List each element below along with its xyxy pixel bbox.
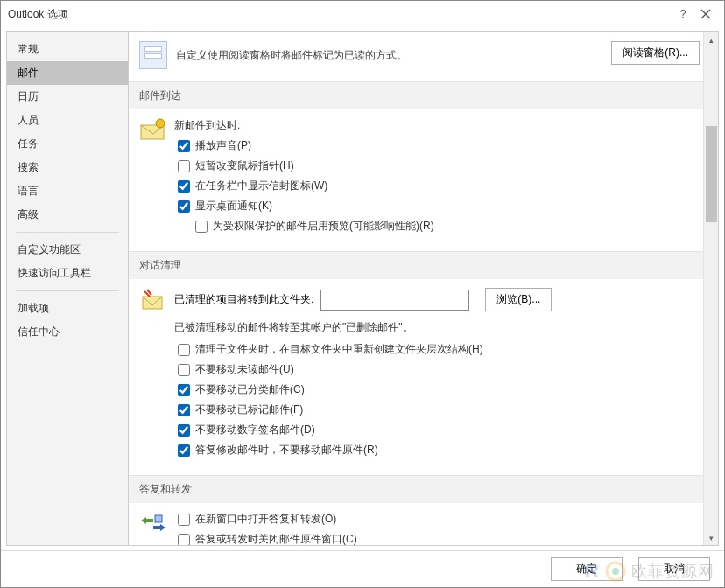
- checkbox-desktop-alert[interactable]: [178, 200, 190, 213]
- reading-pane-icon: [139, 41, 167, 69]
- help-button[interactable]: ?: [672, 3, 694, 25]
- sidebar-item-general[interactable]: 常规: [7, 38, 128, 61]
- check-no-unread[interactable]: 不要移动未读邮件(U): [178, 362, 700, 377]
- section-header-arrival: 邮件到达: [129, 81, 703, 109]
- check-desktop-alert[interactable]: 显示桌面通知(K): [178, 199, 700, 214]
- check-no-modify-reply[interactable]: 答复修改邮件时，不要移动邮件原件(R): [178, 443, 700, 458]
- checkbox-no-categorized[interactable]: [178, 384, 190, 396]
- scroll-down-arrow[interactable]: ▾: [704, 530, 719, 545]
- checkbox-rights-protected[interactable]: [195, 220, 208, 233]
- scroll-up-arrow[interactable]: ▴: [704, 32, 719, 47]
- sidebar-separator: [16, 290, 119, 291]
- checkbox-cursor[interactable]: [178, 160, 190, 172]
- arrival-lead: 新邮件到达时:: [174, 118, 700, 133]
- intro-text: 自定义使用阅读窗格时将邮件标记为已读的方式。: [176, 41, 594, 63]
- sidebar-item-people[interactable]: 人员: [7, 108, 128, 132]
- checkbox-no-unread[interactable]: [178, 364, 190, 376]
- sidebar-item-calendar[interactable]: 日历: [7, 85, 128, 108]
- close-icon: [700, 9, 711, 19]
- sidebar-item-quick-access[interactable]: 快速访问工具栏: [7, 262, 128, 285]
- cancel-button[interactable]: 取消: [638, 557, 710, 581]
- cleanup-lead: 已清理的项目将转到此文件夹:: [174, 292, 313, 307]
- check-rights-protected[interactable]: 为受权限保护的邮件启用预览(可能影响性能)(R): [195, 219, 700, 234]
- check-taskbar-envelope[interactable]: 在任务栏中显示信封图标(W): [178, 178, 700, 193]
- sidebar-item-customize-ribbon[interactable]: 自定义功能区: [7, 238, 128, 262]
- sidebar-item-language[interactable]: 语言: [7, 179, 128, 203]
- checkbox-no-signed[interactable]: [178, 424, 190, 437]
- checkbox-no-flagged[interactable]: [178, 404, 190, 416]
- browse-button[interactable]: 浏览(B)...: [485, 288, 552, 312]
- checkbox-no-modify-reply[interactable]: [178, 444, 190, 457]
- checkbox-open-new[interactable]: [178, 514, 190, 526]
- mail-arrival-icon: [139, 118, 167, 141]
- sidebar-separator: [16, 232, 119, 233]
- checkbox-clean-sub[interactable]: [178, 344, 190, 356]
- ok-button[interactable]: 确定: [551, 557, 623, 581]
- check-no-categorized[interactable]: 不要移动已分类邮件(C): [178, 382, 700, 397]
- sidebar-item-addins[interactable]: 加载项: [7, 297, 128, 320]
- reading-pane-button[interactable]: 阅读窗格(R)...: [611, 41, 700, 65]
- check-play-sound[interactable]: 播放声音(P): [178, 138, 700, 153]
- window-title: Outlook 选项: [8, 7, 672, 22]
- cleanup-desc: 已被清理移动的邮件将转至其帐户的"已删除邮件"。: [174, 320, 700, 335]
- check-cursor[interactable]: 短暂改变鼠标指针(H): [178, 158, 700, 173]
- svg-rect-5: [155, 515, 162, 522]
- section-header-reply: 答复和转发: [129, 475, 703, 503]
- scroll-thumb[interactable]: [706, 126, 717, 222]
- sidebar-item-search[interactable]: 搜索: [7, 156, 128, 179]
- check-clean-sub[interactable]: 清理子文件夹时，在目标文件夹中重新创建文件夹层次结构(H): [178, 342, 700, 357]
- svg-rect-4: [153, 526, 160, 529]
- cleanup-icon: [139, 288, 167, 311]
- checkbox-close-original[interactable]: [178, 534, 190, 546]
- close-button[interactable]: [694, 3, 717, 25]
- sidebar-item-trust-center[interactable]: 信任中心: [7, 320, 128, 344]
- section-header-cleanup: 对话清理: [129, 251, 703, 279]
- check-no-flagged[interactable]: 不要移动已标记邮件(F): [178, 402, 700, 417]
- sidebar-item-tasks[interactable]: 任务: [7, 132, 128, 156]
- checkbox-play-sound[interactable]: [178, 140, 190, 152]
- content-pane: 自定义使用阅读窗格时将邮件标记为已读的方式。 阅读窗格(R)... 邮件到达 新…: [129, 32, 703, 545]
- sidebar-item-advanced[interactable]: 高级: [7, 203, 128, 227]
- svg-rect-3: [146, 519, 153, 522]
- checkbox-taskbar-envelope[interactable]: [178, 180, 190, 192]
- check-close-original[interactable]: 答复或转发时关闭邮件原件窗口(C): [178, 532, 700, 545]
- vertical-scrollbar[interactable]: ▴ ▾: [703, 32, 718, 545]
- check-no-signed[interactable]: 不要移动数字签名邮件(D): [178, 423, 700, 438]
- check-open-new[interactable]: 在新窗口中打开答复和转发(O): [178, 512, 700, 527]
- sidebar-item-mail[interactable]: 邮件: [7, 61, 128, 85]
- sidebar: 常规 邮件 日历 人员 任务 搜索 语言 高级 自定义功能区 快速访问工具栏 加…: [6, 32, 128, 546]
- svg-point-1: [156, 119, 165, 128]
- cleanup-folder-input[interactable]: [320, 290, 469, 311]
- reply-forward-icon: [139, 512, 167, 535]
- svg-rect-2: [143, 297, 162, 309]
